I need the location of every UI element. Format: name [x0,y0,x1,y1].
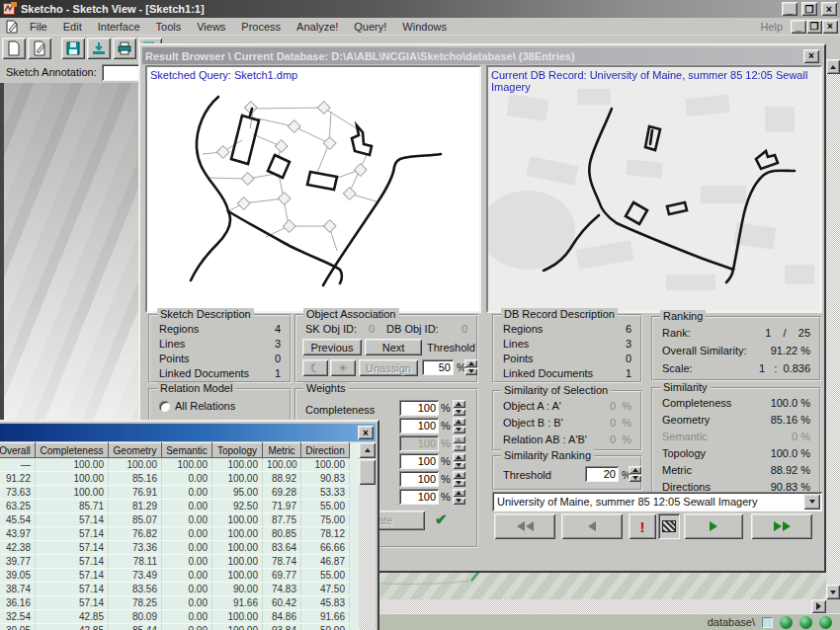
scrollbar-thumb[interactable] [359,459,376,485]
table-row[interactable]: 73.63100.0076.910.0095.0069.2853.33 [0,486,350,500]
stepper-down-icon[interactable] [453,462,465,470]
next-button[interactable]: Next [365,339,422,355]
open-sketch-button[interactable] [28,38,51,59]
scroll-right-icon[interactable] [811,599,826,613]
stepper-down-icon[interactable] [629,475,641,483]
save-button[interactable] [61,38,85,59]
table-row[interactable]: 39.7757.1478.110.00100.0078.7446.87 [0,555,350,569]
previous-button[interactable]: Previous [302,339,362,355]
day-view-button[interactable]: ☀ [330,359,356,376]
alert-button[interactable]: ! [629,513,656,539]
results-table-titlebar[interactable]: × [0,424,376,441]
stepper-down-icon[interactable] [464,368,477,376]
table-row[interactable]: 39.0557.1473.490.00100.0069.7755.00 [0,569,350,583]
stepper-up-icon[interactable] [464,359,477,367]
export-button[interactable] [87,38,111,59]
next-record-button[interactable] [684,513,743,539]
weight-stepper-6[interactable] [453,489,465,505]
weight-input-3[interactable] [399,435,439,451]
stepper-up-icon[interactable] [453,489,465,497]
column-header[interactable]: Topology [212,443,263,458]
table-row[interactable]: 42.3857.1473.360.00100.0083.6466.66 [0,541,350,555]
sketched-query-panel[interactable]: Sketched Query: Sketch1.dmp [145,65,481,313]
stepper-down-icon[interactable] [453,444,465,452]
column-header[interactable]: Metric [263,443,301,458]
weight-stepper-4[interactable] [453,453,465,469]
record-selector-dropdown[interactable]: University of Maine, summer 85 12:05 Sew… [492,492,822,512]
similarity-threshold-stepper[interactable] [629,466,641,482]
table-row[interactable]: 36.1657.1478.250.0091.6660.4245.83 [0,596,350,610]
results-table-header-row[interactable]: OverallCompletenessGeometrySemanticTopol… [0,443,350,458]
column-header[interactable]: Overall [0,443,36,458]
scroll-up-icon[interactable] [826,59,840,74]
mdi-close-button[interactable]: × [822,20,838,34]
menu-interface[interactable]: Interface [90,19,148,35]
dropdown-arrow-icon[interactable] [803,494,820,510]
menu-edit[interactable]: Edit [55,19,90,35]
column-header[interactable]: Semantic [162,443,212,458]
weight-stepper-2[interactable] [453,418,465,433]
table-row[interactable]: 91.22100.0085.160.00100.0088.9290.83 [0,472,350,486]
menu-windows[interactable]: Windows [394,19,455,35]
stepper-up-icon[interactable] [453,435,465,443]
table-row[interactable]: 43.9757.1476.820.00100.0080.8578.12 [0,527,350,541]
result-browser-close-icon[interactable]: × [803,49,819,63]
minimize-button[interactable]: _ [782,2,798,16]
results-table[interactable]: OverallCompletenessGeometrySemanticTopol… [0,442,350,630]
table-row[interactable]: 38.7457.1483.560.0090.0074.8347.50 [0,583,350,596]
results-table-close-icon[interactable]: × [358,426,374,439]
restore-button[interactable]: ❐ [801,2,817,16]
weight-stepper-5[interactable] [453,471,465,487]
first-record-button[interactable] [494,513,555,539]
stepper-up-icon[interactable] [453,453,465,461]
oa-threshold-stepper[interactable] [464,359,477,375]
result-browser-titlebar[interactable]: Result Browser \ Current Database: D:\A\… [142,47,822,64]
menu-process[interactable]: Process [233,19,289,35]
app-titlebar[interactable]: Sketcho - Sketch View - [Sketch1:1] _ ❐ … [0,0,840,18]
menu-analyze[interactable]: Analyze! [289,19,346,35]
weight-input-4[interactable] [399,453,439,469]
stepper-up-icon[interactable] [453,471,465,479]
column-header[interactable]: Completeness [36,443,109,458]
stepper-up-icon[interactable] [629,466,641,474]
weight-input-2[interactable] [399,418,439,433]
new-sketch-button[interactable] [2,38,26,59]
night-view-button[interactable]: ☾ [302,359,328,376]
mdi-restore-button[interactable]: ❐ [806,20,822,34]
menu-query[interactable]: Query! [346,19,394,35]
menu-views[interactable]: Views [189,19,233,35]
menu-help[interactable]: Help [752,19,791,35]
table-row[interactable]: —100.00100.00100.00100.00100.00100.00 [0,458,350,472]
mdi-minimize-button[interactable]: _ [791,20,806,34]
scroll-up-icon[interactable] [359,442,376,458]
weight-input-6[interactable] [399,489,439,505]
image-toggle-button[interactable] [658,513,680,539]
table-row[interactable]: 32.5442.8580.090.00100.0084.8691.66 [0,610,350,624]
column-header[interactable]: Geometry [109,443,162,458]
stepper-down-icon[interactable] [453,498,465,506]
weight-stepper-1[interactable] [453,400,465,416]
print-button[interactable] [113,38,136,59]
results-table-scrollbar[interactable] [359,442,376,630]
previous-record-button[interactable] [561,513,623,539]
stepper-down-icon[interactable] [453,427,465,434]
oa-threshold-input[interactable] [422,359,454,375]
last-record-button[interactable] [751,513,812,539]
unassign-button[interactable]: Unassign [359,359,418,376]
table-row[interactable]: 30.0542.8585.440.00100.0093.8450.00 [0,624,350,630]
scroll-down-icon[interactable] [826,585,840,599]
weight-input-5[interactable] [399,471,439,487]
vertical-scrollbar[interactable] [826,59,840,599]
all-relations-radio[interactable] [159,401,170,412]
stepper-up-icon[interactable] [453,400,465,408]
stepper-up-icon[interactable] [453,418,465,426]
close-button[interactable]: × [821,2,837,16]
table-row[interactable]: 63.2585.7181.290.0092.5071.9755.00 [0,500,350,513]
stepper-down-icon[interactable] [453,409,465,417]
stepper-down-icon[interactable] [453,480,465,488]
similarity-threshold-input[interactable] [585,466,619,482]
column-header[interactable]: Direction [301,443,350,458]
db-record-panel[interactable]: Current DB Record: University of Maine, … [486,65,822,313]
weight-input-1[interactable] [399,400,439,416]
weight-stepper-3[interactable] [453,435,465,451]
